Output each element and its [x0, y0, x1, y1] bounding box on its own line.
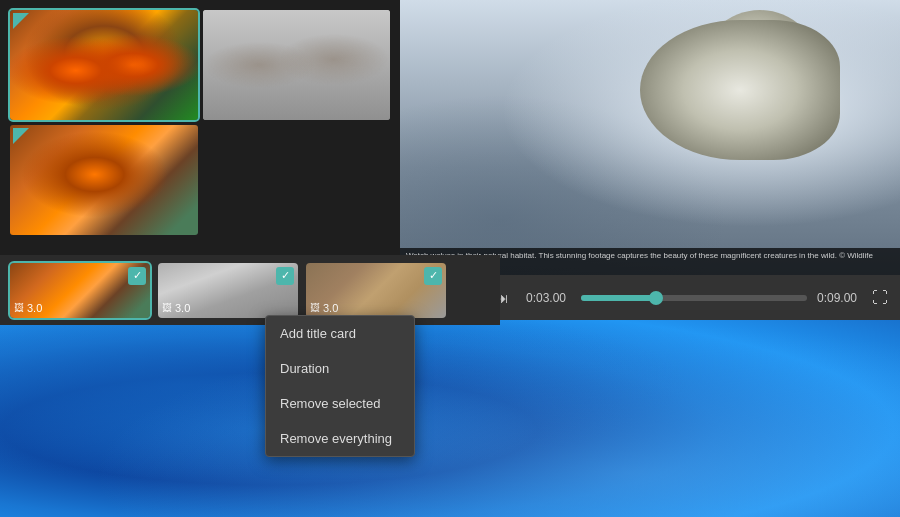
timeline: ✓ 🖼 3.0 ✓ 🖼 3.0 ✓ 🖼 3.0	[0, 255, 500, 325]
fullscreen-button[interactable]: ⛶	[872, 289, 888, 307]
tl-duration-1: 🖼 3.0	[14, 302, 42, 314]
selected-corner-tiger2	[13, 128, 29, 144]
timeline-item-3[interactable]: ✓ 🖼 3.0	[306, 263, 446, 318]
menu-item-add-title-card[interactable]: Add title card	[266, 316, 414, 351]
progress-bar[interactable]	[581, 295, 807, 301]
tl-duration-2: 🖼 3.0	[162, 302, 190, 314]
duration-icon-1: 🖼	[14, 302, 24, 313]
tl-check-1: ✓	[128, 267, 146, 285]
context-menu: Add title card Duration Remove selected …	[265, 315, 415, 457]
duration-icon-2: 🖼	[162, 302, 172, 313]
wallpaper-detail	[0, 297, 900, 517]
thumbnail-tiger-cubs[interactable]	[10, 10, 198, 120]
tl-check-3: ✓	[424, 267, 442, 285]
menu-item-duration[interactable]: Duration	[266, 351, 414, 386]
selected-corner-tiger	[13, 13, 29, 29]
time-total: 0:09.00	[817, 291, 862, 305]
wallpaper	[0, 297, 900, 517]
timeline-item-2[interactable]: ✓ 🖼 3.0	[158, 263, 298, 318]
wolf-background	[400, 0, 900, 275]
tl-duration-3: 🖼 3.0	[310, 302, 338, 314]
video-preview: Watch wolves in their natural habitat. T…	[400, 0, 900, 275]
progress-fill	[581, 295, 656, 301]
timeline-item-1[interactable]: ✓ 🖼 3.0	[10, 263, 150, 318]
wolf-body	[640, 20, 840, 160]
menu-item-remove-everything[interactable]: Remove everything	[266, 421, 414, 456]
time-current: 0:03.00	[526, 291, 571, 305]
tl-duration-value-2: 3.0	[175, 302, 190, 314]
tl-duration-value-3: 3.0	[323, 302, 338, 314]
progress-thumb	[649, 291, 663, 305]
menu-item-remove-selected[interactable]: Remove selected	[266, 386, 414, 421]
thumbnail-tiger2[interactable]	[10, 125, 198, 235]
duration-icon-3: 🖼	[310, 302, 320, 313]
tl-check-2: ✓	[276, 267, 294, 285]
tl-duration-value-1: 3.0	[27, 302, 42, 314]
thumbnail-snow-leopard[interactable]	[203, 10, 391, 120]
selected-corner-leopard	[206, 13, 222, 29]
